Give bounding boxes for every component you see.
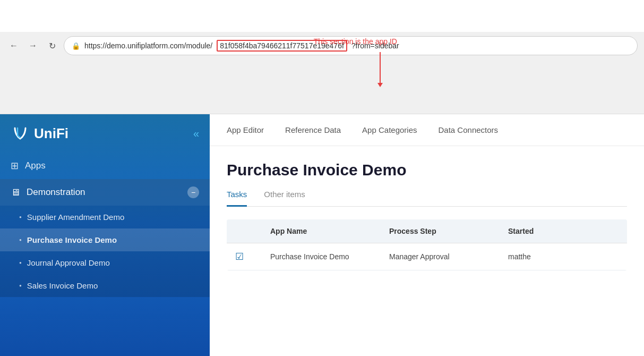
row-process-step: Manager Approval (389, 252, 500, 261)
bullet-icon: ● (19, 238, 22, 242)
sidebar-section-header[interactable]: 🖥 Demonstration − (0, 179, 210, 206)
top-nav: App Editor Reference Data App Categories… (210, 114, 644, 146)
annotation-text: This section is the app ID (314, 37, 397, 46)
table-row[interactable]: ☑ Purchase Invoice Demo Manager Approval… (227, 243, 627, 270)
row-check: ☑ (235, 251, 262, 262)
section-collapse-button[interactable]: − (187, 187, 199, 198)
back-button[interactable]: ← (6, 38, 21, 53)
tab-tasks[interactable]: Tasks (227, 190, 247, 207)
tabs: Tasks Other items (227, 190, 627, 207)
url-prefix: https://demo.unifiplatform.com/module/ (84, 41, 212, 50)
sidebar-logo: UniFi « (0, 114, 210, 152)
sidebar: UniFi « ⊞ Apps 🖥 Demonstration − ● Suppl… (0, 114, 210, 356)
browser-toolbar: ← → ↻ 🔒 https://demo.unifiplatform.com/m… (0, 32, 644, 60)
refresh-button[interactable]: ↻ (45, 38, 59, 53)
row-app-name: Purchase Invoice Demo (270, 252, 381, 261)
sidebar-item-purchase[interactable]: ● Purchase Invoice Demo (0, 228, 210, 251)
bullet-icon: ● (19, 283, 22, 288)
col-header-process-step: Process Step (389, 227, 500, 235)
table-header: App Name Process Step Started (227, 219, 627, 243)
col-header-check (235, 227, 262, 235)
apps-icon: ⊞ (11, 160, 19, 172)
forward-button[interactable]: → (25, 38, 40, 53)
sidebar-collapse-button[interactable]: « (193, 128, 199, 140)
sidebar-item-supplier-label: Supplier Amendment Demo (27, 213, 124, 222)
unifi-logo-icon (11, 124, 30, 143)
tab-reference-data[interactable]: Reference Data (285, 121, 341, 139)
tab-other-items[interactable]: Other items (264, 190, 305, 207)
bullet-icon: ● (19, 215, 22, 219)
sidebar-item-supplier[interactable]: ● Supplier Amendment Demo (0, 206, 210, 228)
logo: UniFi (11, 124, 68, 143)
row-started: matthe (508, 252, 619, 261)
main-layout: UniFi « ⊞ Apps 🖥 Demonstration − ● Suppl… (0, 114, 644, 356)
tab-data-connectors[interactable]: Data Connectors (439, 121, 499, 139)
content-area: App Editor Reference Data App Categories… (210, 114, 644, 356)
sidebar-section-demonstration: 🖥 Demonstration − ● Supplier Amendment D… (0, 179, 210, 297)
table-container: App Name Process Step Started ☑ Purchase… (227, 219, 627, 270)
sidebar-item-apps[interactable]: ⊞ Apps (0, 152, 210, 179)
annotation-arrow (380, 52, 381, 84)
bullet-icon: ● (19, 260, 22, 265)
tab-app-categories[interactable]: App Categories (362, 121, 417, 139)
demonstration-icon: 🖥 (11, 187, 20, 198)
col-header-started: Started (508, 227, 619, 235)
sidebar-item-journal[interactable]: ● Journal Approval Demo (0, 251, 210, 274)
sidebar-item-journal-label: Journal Approval Demo (27, 258, 110, 267)
col-header-app-name: App Name (270, 227, 381, 235)
sidebar-item-sales[interactable]: ● Sales Invoice Demo (0, 274, 210, 297)
sidebar-item-purchase-label: Purchase Invoice Demo (27, 235, 117, 244)
page-title: Purchase Invoice Demo (227, 161, 627, 179)
content-body: Purchase Invoice Demo Tasks Other items … (210, 146, 644, 270)
sidebar-item-sales-label: Sales Invoice Demo (27, 281, 98, 290)
sidebar-section-label: Demonstration (27, 187, 85, 198)
check-icon: ☑ (235, 251, 244, 262)
sidebar-item-apps-label: Apps (25, 160, 46, 171)
tab-app-editor[interactable]: App Editor (227, 121, 264, 139)
browser-chrome: This section is the app ID ← → ↻ 🔒 https… (0, 32, 644, 114)
logo-text: UniFi (34, 125, 68, 142)
lock-icon: 🔒 (72, 42, 80, 50)
